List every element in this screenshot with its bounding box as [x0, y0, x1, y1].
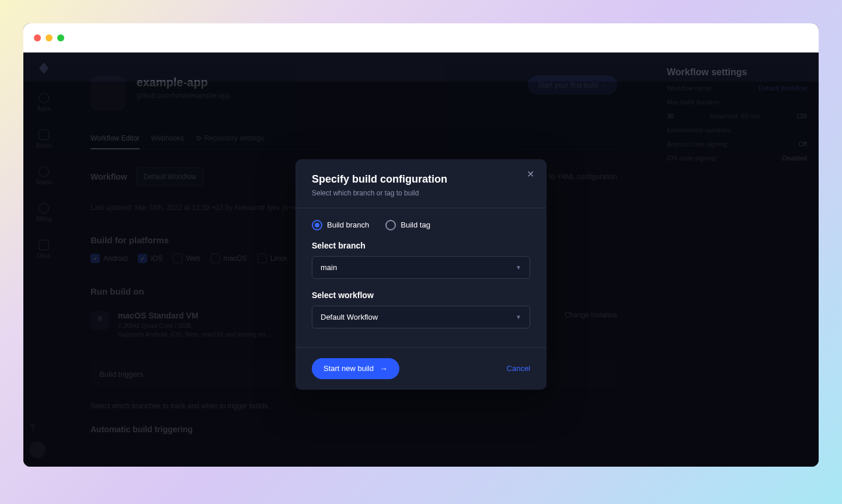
radio-label: Build tag	[401, 220, 430, 229]
chevron-down-icon: ▼	[516, 264, 521, 271]
start-new-build-button[interactable]: Start new build →	[312, 358, 399, 379]
app-logo-icon	[37, 61, 51, 75]
browser-window: Apps Builds Teams Billing Docs	[23, 23, 819, 467]
settings-title: Workflow settings	[667, 67, 807, 78]
build-config-modal: Specify build configuration Select which…	[295, 159, 547, 390]
traffic-lights	[34, 34, 64, 41]
radio-icon	[312, 220, 322, 230]
cancel-button[interactable]: Cancel	[507, 364, 530, 373]
radio-build-branch[interactable]: Build branch	[312, 220, 369, 230]
chevron-down-icon: ▼	[516, 314, 521, 320]
app-content: Apps Builds Teams Billing Docs	[23, 52, 819, 467]
button-label: Start new build	[323, 364, 374, 373]
modal-title: Specify build configuration	[312, 173, 530, 186]
workflow-select[interactable]: Default Workflow ▼	[312, 306, 530, 328]
radio-label: Build branch	[327, 220, 369, 229]
branch-select[interactable]: main ▼	[312, 256, 530, 279]
radio-build-tag[interactable]: Build tag	[385, 220, 430, 230]
branch-value: main	[321, 263, 337, 272]
titlebar	[23, 23, 819, 52]
modal-subtitle: Select which branch or tag to build	[312, 189, 530, 197]
minimize-window-button[interactable]	[46, 34, 53, 41]
modal-overlay: Specify build configuration Select which…	[23, 82, 819, 467]
workflow-field-label: Select workflow	[312, 290, 530, 300]
close-icon[interactable]: ✕	[524, 169, 536, 180]
radio-icon	[385, 220, 396, 230]
close-window-button[interactable]	[34, 34, 41, 41]
arrow-right-icon: →	[380, 364, 388, 373]
workflow-value: Default Workflow	[321, 313, 378, 321]
maximize-window-button[interactable]	[57, 34, 64, 41]
branch-field-label: Select branch	[312, 241, 530, 250]
